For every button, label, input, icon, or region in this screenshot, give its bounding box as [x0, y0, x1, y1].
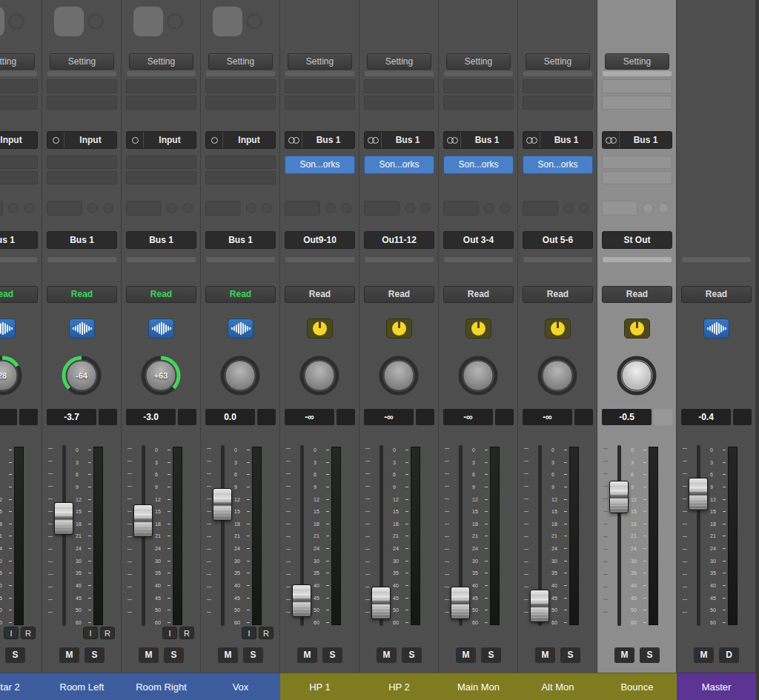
peak-display[interactable]: [416, 409, 434, 425]
fader-cap[interactable]: [451, 587, 470, 619]
solo-button[interactable]: S: [5, 647, 25, 663]
peak-display[interactable]: [99, 409, 117, 425]
volume-display[interactable]: 0.0: [205, 409, 255, 425]
send-slot-small[interactable]: [364, 201, 400, 216]
send-slot-small[interactable]: [602, 201, 637, 216]
gauge-icon[interactable]: [624, 319, 650, 339]
input-monitor-button[interactable]: I: [4, 627, 19, 639]
mute-button[interactable]: M: [456, 647, 476, 663]
track-name-label[interactable]: Guitar 2: [0, 673, 42, 700]
pan-knob[interactable]: 28: [0, 355, 23, 399]
track-name-label[interactable]: HP 1: [280, 673, 359, 700]
input-monitor-button[interactable]: I: [162, 627, 177, 639]
send-knob[interactable]: [246, 203, 256, 213]
send-knob[interactable]: [658, 203, 669, 213]
record-enable-button[interactable]: R: [259, 627, 274, 639]
fader-track[interactable]: [62, 445, 66, 626]
send-slot[interactable]: [126, 171, 196, 184]
automation-button[interactable]: Read: [0, 286, 38, 303]
fader-cap[interactable]: [530, 590, 549, 622]
volume-display[interactable]: -∞: [443, 409, 493, 425]
fx-slot[interactable]: [205, 96, 276, 110]
record-enable-button[interactable]: R: [179, 627, 194, 639]
fx-slot[interactable]: [126, 96, 196, 110]
channel-strip-hp-1[interactable]: Setting Bus 1 Son...orks Out9-10 Read: [280, 0, 359, 700]
fx-slot[interactable]: [523, 96, 593, 110]
mute-button[interactable]: M: [59, 647, 79, 663]
send-knob[interactable]: [405, 203, 415, 213]
fx-slot[interactable]: [602, 79, 672, 93]
send-knob[interactable]: [325, 203, 336, 213]
waveform-icon[interactable]: [0, 319, 16, 339]
channel-strip-master[interactable]: Read: [677, 0, 756, 700]
pan-knob[interactable]: -64: [61, 355, 102, 399]
plugin-button[interactable]: Son...orks: [285, 156, 355, 174]
channel-strip-bounce[interactable]: Setting Bus 1 St Out Read: [597, 0, 677, 700]
peak-display[interactable]: [257, 409, 276, 425]
gauge-icon[interactable]: [307, 319, 333, 339]
fader-cap[interactable]: [371, 587, 391, 619]
volume-display[interactable]: -3.7: [47, 409, 96, 425]
send-slot[interactable]: [47, 156, 117, 169]
input-button[interactable]: Input: [126, 131, 196, 149]
automation-button[interactable]: Read: [602, 286, 672, 303]
track-name-label[interactable]: Alt Mon: [518, 673, 597, 700]
channel-strip-guitar-2[interactable]: Setting Input Bus 1 Read: [0, 0, 42, 700]
volume-display[interactable]: -∞: [364, 409, 414, 425]
gauge-icon[interactable]: [545, 319, 571, 339]
fx-slot[interactable]: [523, 79, 593, 93]
mute-button[interactable]: M: [535, 647, 555, 663]
send-slot-small[interactable]: [205, 201, 241, 216]
send-slot[interactable]: [205, 156, 276, 169]
setting-button[interactable]: Setting: [605, 53, 669, 70]
send-slot[interactable]: [0, 156, 38, 169]
automation-button[interactable]: Read: [205, 286, 276, 303]
channel-strip-alt-mon[interactable]: Setting Bus 1 Son...orks Out 5-6 Read: [518, 0, 597, 700]
fader-cap[interactable]: [689, 478, 708, 510]
automation-button[interactable]: Read: [47, 286, 117, 303]
output-button[interactable]: Ou11-12: [364, 231, 434, 249]
input-button[interactable]: Bus 1: [285, 131, 355, 149]
pan-knob[interactable]: [219, 355, 261, 399]
setting-button[interactable]: Setting: [526, 53, 590, 70]
setting-button[interactable]: Setting: [129, 53, 193, 70]
send-slot[interactable]: [126, 156, 196, 169]
track-name-label[interactable]: Main Mon: [439, 673, 518, 700]
output-button[interactable]: Out9-10: [285, 231, 355, 249]
fx-slot[interactable]: [285, 79, 355, 93]
fx-slot[interactable]: [47, 79, 117, 93]
record-enable-button[interactable]: R: [100, 627, 115, 639]
send-knob[interactable]: [167, 203, 177, 213]
fx-slot[interactable]: [285, 96, 355, 110]
input-button[interactable]: Bus 1: [602, 131, 672, 149]
input-button[interactable]: Input: [205, 131, 276, 149]
pan-knob[interactable]: [457, 355, 499, 399]
solo-button[interactable]: S: [402, 647, 422, 663]
plugin-button[interactable]: Son...orks: [364, 156, 434, 174]
output-button[interactable]: Bus 1: [47, 231, 117, 249]
plugin-button[interactable]: Son...orks: [443, 156, 514, 174]
setting-button[interactable]: Setting: [208, 53, 273, 70]
setting-button[interactable]: Setting: [367, 53, 431, 70]
send-knob[interactable]: [103, 203, 113, 213]
gauge-icon[interactable]: [386, 319, 412, 339]
fx-slot[interactable]: [0, 96, 38, 110]
peak-display[interactable]: [19, 409, 38, 425]
automation-button[interactable]: Read: [126, 286, 196, 303]
send-knob[interactable]: [341, 203, 351, 213]
send-slot[interactable]: [205, 171, 276, 184]
track-name-label[interactable]: Bounce: [597, 673, 677, 700]
send-slot-small[interactable]: [443, 201, 479, 216]
send-slot[interactable]: [602, 156, 672, 169]
automation-button[interactable]: Read: [364, 286, 434, 303]
solo-button[interactable]: S: [322, 647, 342, 663]
peak-display[interactable]: [574, 409, 593, 425]
output-button[interactable]: Bus 1: [0, 231, 38, 249]
send-slot-small[interactable]: [523, 201, 558, 216]
send-slot[interactable]: [602, 171, 672, 184]
input-monitor-button[interactable]: I: [242, 627, 256, 639]
setting-button[interactable]: Setting: [50, 53, 114, 70]
input-button[interactable]: Bus 1: [443, 131, 514, 149]
fader-cap[interactable]: [213, 488, 232, 521]
send-slot-small[interactable]: [0, 201, 3, 216]
